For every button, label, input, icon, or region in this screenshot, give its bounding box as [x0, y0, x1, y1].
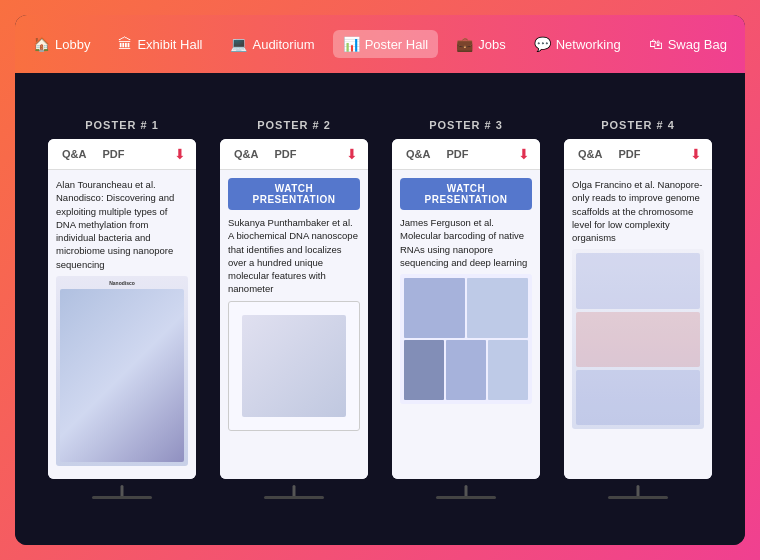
nav-item-auditorium[interactable]: 💻Auditorium: [220, 30, 324, 58]
poster-label: POSTER # 1: [85, 119, 159, 131]
nav-item-exhibit-hall[interactable]: 🏛Exhibit Hall: [108, 30, 212, 58]
nav-item-lobby[interactable]: 🏠Lobby: [23, 30, 100, 58]
poster-toolbar: Q&A PDF ⬇: [220, 139, 368, 170]
poster-image: [572, 249, 704, 429]
easel-stand: [48, 481, 196, 499]
exhibit-hall-icon: 🏛: [118, 36, 132, 52]
nav-item-networking[interactable]: 💬Networking: [524, 30, 631, 58]
networking-icon: 💬: [534, 36, 551, 52]
poster-content: WATCH PRESENTATION Sukanya Punthambaker …: [220, 170, 368, 479]
nav-label-exhibit-hall: Exhibit Hall: [137, 37, 202, 52]
qa-button[interactable]: Q&A: [402, 146, 434, 162]
poster-title: James Ferguson et al. Molecular barcodin…: [400, 216, 532, 269]
poster-toolbar: Q&A PDF ⬇: [392, 139, 540, 170]
poster-card-3: POSTER # 3 Q&A PDF ⬇ WATCH PRESENTATION …: [387, 119, 545, 499]
poster-card-1: POSTER # 1 Q&A PDF ⬇ Alan Tourancheau et…: [43, 119, 201, 499]
nav-label-jobs: Jobs: [478, 37, 505, 52]
easel-stand: [392, 481, 540, 499]
poster-title: Alan Tourancheau et al. Nanodisco: Disco…: [56, 178, 188, 271]
nav-item-jobs[interactable]: 💼Jobs: [446, 30, 515, 58]
poster-label: POSTER # 4: [601, 119, 675, 131]
poster-title: Olga Francino et al. Nanopore-only reads…: [572, 178, 704, 244]
download-icon[interactable]: ⬇: [174, 146, 186, 162]
nav-label-auditorium: Auditorium: [252, 37, 314, 52]
poster-image: Nanodisco: [56, 276, 188, 466]
nav-item-swag-bag[interactable]: 🛍Swag Bag: [639, 30, 737, 58]
nav-label-networking: Networking: [556, 37, 621, 52]
poster-toolbar: Q&A PDF ⬇: [564, 139, 712, 170]
qa-button[interactable]: Q&A: [230, 146, 262, 162]
easel-stand: [220, 481, 368, 499]
app-container: 🏠Lobby🏛Exhibit Hall💻Auditorium📊Poster Ha…: [15, 15, 745, 545]
nav-label-lobby: Lobby: [55, 37, 90, 52]
nav-bar: 🏠Lobby🏛Exhibit Hall💻Auditorium📊Poster Ha…: [15, 15, 745, 73]
download-icon[interactable]: ⬇: [690, 146, 702, 162]
swag-bag-icon: 🛍: [649, 36, 663, 52]
poster-frame: Q&A PDF ⬇ WATCH PRESENTATION Sukanya Pun…: [220, 139, 368, 479]
poster-frame: Q&A PDF ⬇ Alan Tourancheau et al. Nanodi…: [48, 139, 196, 479]
poster-frame: Q&A PDF ⬇ Olga Francino et al. Nanopore-…: [564, 139, 712, 479]
download-icon[interactable]: ⬇: [346, 146, 358, 162]
pdf-button[interactable]: PDF: [442, 146, 472, 162]
poster-title: Sukanya Punthambaker et al. A biochemica…: [228, 216, 360, 296]
watch-presentation-btn[interactable]: WATCH PRESENTATION: [400, 178, 532, 210]
main-content: POSTER # 1 Q&A PDF ⬇ Alan Tourancheau et…: [15, 73, 745, 545]
poster-label: POSTER # 3: [429, 119, 503, 131]
nav-label-swag-bag: Swag Bag: [668, 37, 727, 52]
pdf-button[interactable]: PDF: [614, 146, 644, 162]
poster-label: POSTER # 2: [257, 119, 331, 131]
qa-button[interactable]: Q&A: [574, 146, 606, 162]
nav-item-poster-hall[interactable]: 📊Poster Hall: [333, 30, 439, 58]
poster-toolbar: Q&A PDF ⬇: [48, 139, 196, 170]
poster-content: WATCH PRESENTATION James Ferguson et al.…: [392, 170, 540, 479]
jobs-icon: 💼: [456, 36, 473, 52]
auditorium-icon: 💻: [230, 36, 247, 52]
poster-content: Alan Tourancheau et al. Nanodisco: Disco…: [48, 170, 196, 479]
poster-hall-icon: 📊: [343, 36, 360, 52]
poster-card-2: POSTER # 2 Q&A PDF ⬇ WATCH PRESENTATION …: [215, 119, 373, 499]
poster-frame: Q&A PDF ⬇ WATCH PRESENTATION James Fergu…: [392, 139, 540, 479]
posters-area: POSTER # 1 Q&A PDF ⬇ Alan Tourancheau et…: [43, 119, 717, 499]
pdf-button[interactable]: PDF: [270, 146, 300, 162]
poster-image: [400, 274, 532, 404]
download-icon[interactable]: ⬇: [518, 146, 530, 162]
lobby-icon: 🏠: [33, 36, 50, 52]
nav-label-poster-hall: Poster Hall: [365, 37, 429, 52]
poster-content: Olga Francino et al. Nanopore-only reads…: [564, 170, 712, 479]
easel-stand: [564, 481, 712, 499]
qa-button[interactable]: Q&A: [58, 146, 90, 162]
poster-image: [228, 301, 360, 431]
poster-card-4: POSTER # 4 Q&A PDF ⬇ Olga Francino et al…: [559, 119, 717, 499]
watch-presentation-btn[interactable]: WATCH PRESENTATION: [228, 178, 360, 210]
pdf-button[interactable]: PDF: [98, 146, 128, 162]
